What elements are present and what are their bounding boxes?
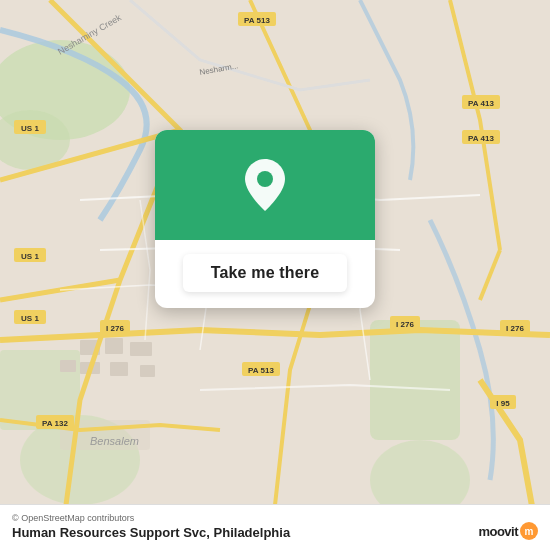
moovit-brand-text: moovit — [478, 524, 518, 539]
svg-text:US 1: US 1 — [21, 124, 39, 133]
svg-text:Bensalem: Bensalem — [90, 435, 139, 447]
svg-rect-13 — [140, 365, 155, 377]
card-header — [155, 130, 375, 240]
svg-text:PA 513: PA 513 — [244, 16, 270, 25]
take-me-there-button[interactable]: Take me there — [183, 254, 348, 292]
moovit-logo: moovit m — [478, 522, 538, 540]
svg-rect-10 — [60, 360, 76, 372]
svg-text:I 276: I 276 — [106, 324, 124, 333]
copyright-text: © OpenStreetMap contributors — [12, 513, 538, 523]
svg-text:US 1: US 1 — [21, 314, 39, 323]
svg-point-42 — [257, 171, 273, 187]
svg-text:PA 413: PA 413 — [468, 134, 494, 143]
svg-text:PA 513: PA 513 — [248, 366, 274, 375]
svg-rect-9 — [130, 342, 152, 356]
svg-rect-12 — [110, 362, 128, 376]
location-pin-icon — [239, 154, 291, 216]
moovit-dot-icon: m — [520, 522, 538, 540]
svg-text:I 276: I 276 — [396, 320, 414, 329]
svg-rect-8 — [105, 338, 123, 354]
svg-text:PA 132: PA 132 — [42, 419, 68, 428]
bottom-bar: © OpenStreetMap contributors Human Resou… — [0, 504, 550, 550]
svg-text:PA 413: PA 413 — [468, 99, 494, 108]
svg-rect-3 — [370, 320, 460, 440]
svg-text:I 95: I 95 — [496, 399, 510, 408]
location-card: Take me there — [155, 130, 375, 308]
svg-text:I 276: I 276 — [506, 324, 524, 333]
location-name: Human Resources Support Svc, Philadelphi… — [12, 525, 538, 540]
svg-text:US 1: US 1 — [21, 252, 39, 261]
map-container: US 1 US 1 US 1 PA 513 PA 513 PA 413 PA 4… — [0, 0, 550, 550]
